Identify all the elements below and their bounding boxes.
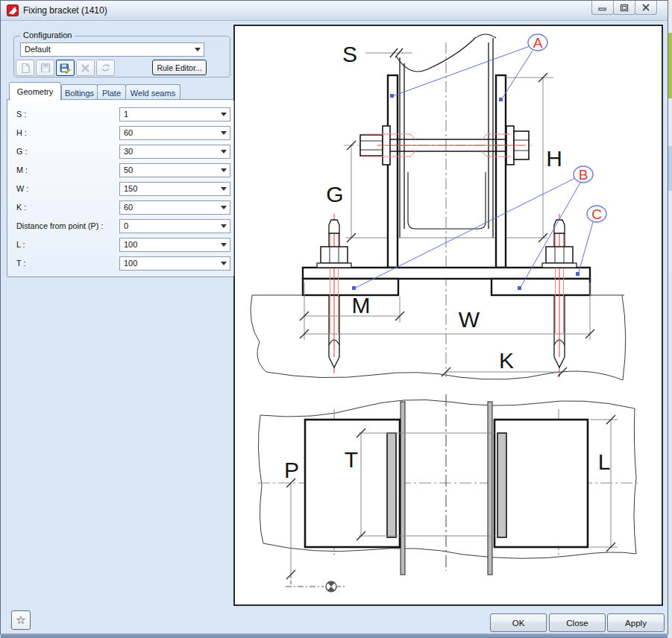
bracket-plate-right [496, 75, 506, 268]
configuration-toolbar [16, 60, 115, 76]
chevron-down-icon [218, 127, 230, 139]
plan-plate-left [305, 420, 400, 547]
field-h-combo[interactable]: 60 [119, 126, 230, 140]
delete-config-button[interactable] [76, 60, 95, 76]
dim-label-t: T [345, 447, 358, 472]
chevron-down-icon [192, 43, 204, 56]
chevron-down-icon [218, 183, 230, 195]
ok-button[interactable]: OK [490, 613, 547, 632]
refresh-icon [101, 63, 111, 73]
column-wall-left-plan [401, 402, 405, 575]
configuration-selected-value: Default [25, 45, 51, 54]
close-button[interactable] [635, 1, 657, 15]
chevron-down-icon [218, 239, 230, 251]
field-h-value: 60 [124, 128, 133, 137]
field-w-combo[interactable]: 150 [119, 182, 230, 196]
dim-label-k: K [499, 348, 514, 373]
field-p-label: Distance from point (P) : [16, 221, 103, 230]
field-k-combo[interactable]: 60 [119, 200, 230, 215]
dim-label-l: L [598, 449, 611, 474]
field-k-value: 60 [124, 203, 133, 212]
favorites-button[interactable]: ☆ [11, 610, 31, 630]
packing-plate-right [492, 279, 590, 295]
field-p-combo[interactable]: 0 [119, 219, 230, 233]
chevron-down-icon [218, 164, 230, 177]
title-bar[interactable]: Fixing bracket (1410) [1, 1, 668, 21]
balloon-a-letter: A [533, 35, 543, 51]
dim-label-w: W [459, 307, 480, 332]
bracket-plate-left [388, 75, 398, 268]
field-m-value: 50 [124, 165, 133, 174]
dialog-window: Fixing bracket (1410) Configuration [0, 0, 668, 634]
chevron-down-icon [218, 145, 230, 158]
app-icon [7, 4, 19, 16]
bracket-plate-left-plan [387, 433, 396, 537]
field-l-label: L : [16, 240, 25, 249]
new-page-icon [20, 63, 31, 74]
field-t-combo[interactable]: 100 [119, 256, 230, 271]
star-icon: ☆ [16, 613, 25, 627]
dim-label-m: M [352, 293, 371, 318]
balloon-c-letter: C [591, 206, 602, 222]
field-t-label: T : [16, 259, 25, 268]
field-s-label: S : [16, 110, 26, 119]
field-l-combo[interactable]: 100 [119, 238, 230, 252]
configuration-select[interactable]: Default [20, 42, 204, 57]
save-as-config-button[interactable] [56, 60, 75, 76]
chevron-down-icon [218, 220, 230, 233]
dim-label-g: G [326, 182, 343, 206]
bracket-plate-right-plan [497, 433, 506, 537]
field-g-combo[interactable]: 30 [119, 145, 230, 159]
save-config-button[interactable] [36, 60, 54, 76]
packing-plate-left [303, 279, 398, 295]
chevron-down-icon [218, 257, 230, 270]
field-s-combo[interactable]: 1 [119, 107, 230, 121]
field-l-value: 100 [124, 240, 137, 249]
window-bottom-border [1, 634, 668, 638]
save-icon [40, 63, 51, 73]
field-w-label: W : [16, 184, 28, 193]
field-w-value: 150 [124, 184, 137, 193]
plan-plate-right [494, 420, 588, 547]
tab-geometry[interactable]: Geometry [9, 82, 61, 101]
drawing-canvas: S H G M W K [233, 24, 665, 608]
tab-plate[interactable]: Plate [97, 84, 126, 101]
field-m-label: M : [16, 165, 28, 174]
field-h-label: H : [16, 128, 27, 137]
column-wall-right-plan [488, 402, 492, 575]
field-s-value: 1 [124, 110, 128, 119]
balloon-b-letter: B [579, 167, 588, 183]
field-p-value: 0 [124, 221, 128, 230]
save-as-icon [60, 63, 71, 74]
restore-button[interactable] [613, 1, 635, 15]
window-controls [592, 1, 657, 15]
chevron-down-icon [218, 201, 230, 214]
configuration-legend: Configuration [20, 31, 75, 40]
field-g-value: 30 [124, 147, 133, 156]
rule-editor-button[interactable]: Rule Editor... [152, 60, 207, 75]
delete-x-icon [81, 63, 90, 73]
refresh-config-button[interactable] [96, 60, 115, 76]
dim-label-s: S [342, 42, 357, 66]
chevron-down-icon [218, 108, 230, 121]
geometry-panel: S : H : G : M : W : K : Distance from po… [7, 99, 234, 277]
tab-boltings[interactable]: Boltings [61, 84, 98, 101]
field-g-label: G : [16, 147, 27, 156]
dim-label-p: P [284, 458, 299, 482]
field-m-combo[interactable]: 50 [119, 163, 230, 177]
base-plate [303, 268, 590, 279]
apply-button[interactable]: Apply [607, 613, 665, 632]
new-config-button[interactable] [16, 60, 34, 76]
close-dialog-button[interactable]: Close [549, 613, 606, 632]
field-t-value: 100 [124, 259, 137, 268]
restore-icon [620, 4, 629, 12]
close-icon [641, 4, 650, 11]
dim-label-h: H [546, 146, 562, 171]
minimize-icon [598, 4, 607, 11]
window-title: Fixing bracket (1410) [23, 5, 107, 16]
field-k-label: K : [16, 203, 26, 212]
tab-weld-seams[interactable]: Weld seams [125, 84, 180, 101]
minimize-button[interactable] [591, 1, 614, 15]
